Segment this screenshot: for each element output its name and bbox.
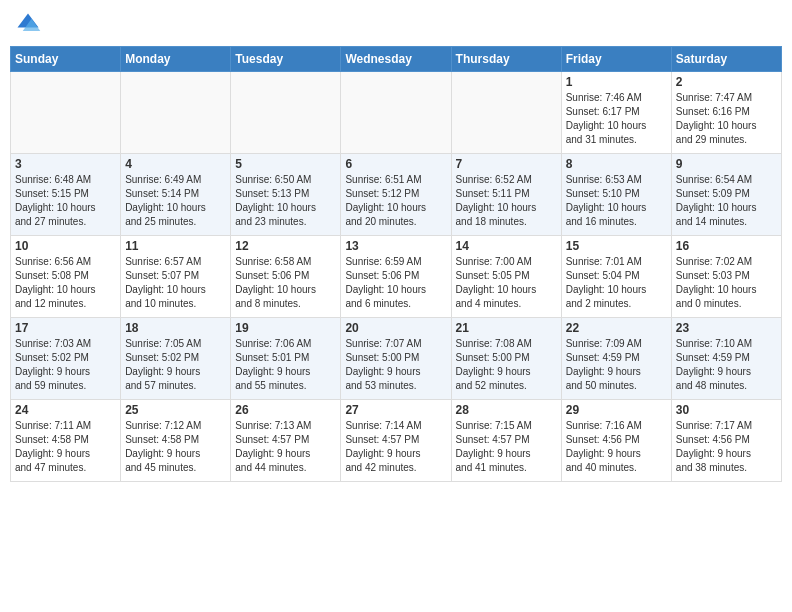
calendar-cell: 29Sunrise: 7:16 AM Sunset: 4:56 PM Dayli… xyxy=(561,400,671,482)
day-number: 19 xyxy=(235,321,336,335)
calendar-cell: 27Sunrise: 7:14 AM Sunset: 4:57 PM Dayli… xyxy=(341,400,451,482)
calendar-cell: 11Sunrise: 6:57 AM Sunset: 5:07 PM Dayli… xyxy=(121,236,231,318)
day-info: Sunrise: 6:59 AM Sunset: 5:06 PM Dayligh… xyxy=(345,255,446,311)
day-info: Sunrise: 6:50 AM Sunset: 5:13 PM Dayligh… xyxy=(235,173,336,229)
calendar-cell: 2Sunrise: 7:47 AM Sunset: 6:16 PM Daylig… xyxy=(671,72,781,154)
day-info: Sunrise: 6:51 AM Sunset: 5:12 PM Dayligh… xyxy=(345,173,446,229)
calendar-cell: 15Sunrise: 7:01 AM Sunset: 5:04 PM Dayli… xyxy=(561,236,671,318)
day-info: Sunrise: 6:57 AM Sunset: 5:07 PM Dayligh… xyxy=(125,255,226,311)
day-number: 3 xyxy=(15,157,116,171)
calendar-cell: 25Sunrise: 7:12 AM Sunset: 4:58 PM Dayli… xyxy=(121,400,231,482)
calendar-header-wednesday: Wednesday xyxy=(341,47,451,72)
day-info: Sunrise: 7:07 AM Sunset: 5:00 PM Dayligh… xyxy=(345,337,446,393)
day-info: Sunrise: 7:12 AM Sunset: 4:58 PM Dayligh… xyxy=(125,419,226,475)
calendar-cell: 16Sunrise: 7:02 AM Sunset: 5:03 PM Dayli… xyxy=(671,236,781,318)
logo xyxy=(14,10,46,38)
day-info: Sunrise: 7:01 AM Sunset: 5:04 PM Dayligh… xyxy=(566,255,667,311)
calendar-cell: 18Sunrise: 7:05 AM Sunset: 5:02 PM Dayli… xyxy=(121,318,231,400)
calendar-cell: 6Sunrise: 6:51 AM Sunset: 5:12 PM Daylig… xyxy=(341,154,451,236)
calendar-week-4: 17Sunrise: 7:03 AM Sunset: 5:02 PM Dayli… xyxy=(11,318,782,400)
calendar-cell xyxy=(121,72,231,154)
day-info: Sunrise: 7:46 AM Sunset: 6:17 PM Dayligh… xyxy=(566,91,667,147)
calendar-cell: 17Sunrise: 7:03 AM Sunset: 5:02 PM Dayli… xyxy=(11,318,121,400)
day-number: 5 xyxy=(235,157,336,171)
day-number: 25 xyxy=(125,403,226,417)
calendar-header-thursday: Thursday xyxy=(451,47,561,72)
day-info: Sunrise: 7:05 AM Sunset: 5:02 PM Dayligh… xyxy=(125,337,226,393)
calendar-cell: 10Sunrise: 6:56 AM Sunset: 5:08 PM Dayli… xyxy=(11,236,121,318)
calendar-week-5: 24Sunrise: 7:11 AM Sunset: 4:58 PM Dayli… xyxy=(11,400,782,482)
day-number: 13 xyxy=(345,239,446,253)
day-number: 16 xyxy=(676,239,777,253)
calendar-header-saturday: Saturday xyxy=(671,47,781,72)
day-number: 20 xyxy=(345,321,446,335)
day-number: 30 xyxy=(676,403,777,417)
day-number: 23 xyxy=(676,321,777,335)
day-info: Sunrise: 6:53 AM Sunset: 5:10 PM Dayligh… xyxy=(566,173,667,229)
day-info: Sunrise: 7:06 AM Sunset: 5:01 PM Dayligh… xyxy=(235,337,336,393)
calendar-cell: 5Sunrise: 6:50 AM Sunset: 5:13 PM Daylig… xyxy=(231,154,341,236)
calendar-cell: 28Sunrise: 7:15 AM Sunset: 4:57 PM Dayli… xyxy=(451,400,561,482)
page-header xyxy=(10,10,782,38)
calendar-cell: 14Sunrise: 7:00 AM Sunset: 5:05 PM Dayli… xyxy=(451,236,561,318)
day-info: Sunrise: 6:56 AM Sunset: 5:08 PM Dayligh… xyxy=(15,255,116,311)
day-info: Sunrise: 6:49 AM Sunset: 5:14 PM Dayligh… xyxy=(125,173,226,229)
day-number: 8 xyxy=(566,157,667,171)
calendar-cell: 26Sunrise: 7:13 AM Sunset: 4:57 PM Dayli… xyxy=(231,400,341,482)
day-info: Sunrise: 7:03 AM Sunset: 5:02 PM Dayligh… xyxy=(15,337,116,393)
day-number: 15 xyxy=(566,239,667,253)
day-info: Sunrise: 7:14 AM Sunset: 4:57 PM Dayligh… xyxy=(345,419,446,475)
day-info: Sunrise: 7:13 AM Sunset: 4:57 PM Dayligh… xyxy=(235,419,336,475)
calendar-cell: 22Sunrise: 7:09 AM Sunset: 4:59 PM Dayli… xyxy=(561,318,671,400)
calendar-cell: 21Sunrise: 7:08 AM Sunset: 5:00 PM Dayli… xyxy=(451,318,561,400)
day-info: Sunrise: 7:16 AM Sunset: 4:56 PM Dayligh… xyxy=(566,419,667,475)
calendar-cell: 23Sunrise: 7:10 AM Sunset: 4:59 PM Dayli… xyxy=(671,318,781,400)
day-info: Sunrise: 7:00 AM Sunset: 5:05 PM Dayligh… xyxy=(456,255,557,311)
day-info: Sunrise: 7:11 AM Sunset: 4:58 PM Dayligh… xyxy=(15,419,116,475)
day-info: Sunrise: 7:47 AM Sunset: 6:16 PM Dayligh… xyxy=(676,91,777,147)
day-info: Sunrise: 7:02 AM Sunset: 5:03 PM Dayligh… xyxy=(676,255,777,311)
day-number: 21 xyxy=(456,321,557,335)
day-number: 1 xyxy=(566,75,667,89)
day-info: Sunrise: 6:54 AM Sunset: 5:09 PM Dayligh… xyxy=(676,173,777,229)
calendar-table: SundayMondayTuesdayWednesdayThursdayFrid… xyxy=(10,46,782,482)
calendar-cell: 12Sunrise: 6:58 AM Sunset: 5:06 PM Dayli… xyxy=(231,236,341,318)
day-info: Sunrise: 7:15 AM Sunset: 4:57 PM Dayligh… xyxy=(456,419,557,475)
day-number: 29 xyxy=(566,403,667,417)
day-number: 12 xyxy=(235,239,336,253)
calendar-cell: 4Sunrise: 6:49 AM Sunset: 5:14 PM Daylig… xyxy=(121,154,231,236)
calendar-week-2: 3Sunrise: 6:48 AM Sunset: 5:15 PM Daylig… xyxy=(11,154,782,236)
calendar-cell: 30Sunrise: 7:17 AM Sunset: 4:56 PM Dayli… xyxy=(671,400,781,482)
day-info: Sunrise: 6:52 AM Sunset: 5:11 PM Dayligh… xyxy=(456,173,557,229)
calendar-cell: 9Sunrise: 6:54 AM Sunset: 5:09 PM Daylig… xyxy=(671,154,781,236)
day-number: 10 xyxy=(15,239,116,253)
calendar-cell: 7Sunrise: 6:52 AM Sunset: 5:11 PM Daylig… xyxy=(451,154,561,236)
day-info: Sunrise: 7:09 AM Sunset: 4:59 PM Dayligh… xyxy=(566,337,667,393)
calendar-cell: 19Sunrise: 7:06 AM Sunset: 5:01 PM Dayli… xyxy=(231,318,341,400)
day-number: 27 xyxy=(345,403,446,417)
calendar-cell: 20Sunrise: 7:07 AM Sunset: 5:00 PM Dayli… xyxy=(341,318,451,400)
calendar-cell: 13Sunrise: 6:59 AM Sunset: 5:06 PM Dayli… xyxy=(341,236,451,318)
day-info: Sunrise: 6:58 AM Sunset: 5:06 PM Dayligh… xyxy=(235,255,336,311)
day-info: Sunrise: 7:08 AM Sunset: 5:00 PM Dayligh… xyxy=(456,337,557,393)
calendar-header-row: SundayMondayTuesdayWednesdayThursdayFrid… xyxy=(11,47,782,72)
day-number: 17 xyxy=(15,321,116,335)
calendar-cell: 3Sunrise: 6:48 AM Sunset: 5:15 PM Daylig… xyxy=(11,154,121,236)
calendar-week-1: 1Sunrise: 7:46 AM Sunset: 6:17 PM Daylig… xyxy=(11,72,782,154)
day-info: Sunrise: 7:17 AM Sunset: 4:56 PM Dayligh… xyxy=(676,419,777,475)
day-number: 11 xyxy=(125,239,226,253)
calendar-header-monday: Monday xyxy=(121,47,231,72)
day-number: 22 xyxy=(566,321,667,335)
day-number: 7 xyxy=(456,157,557,171)
day-number: 2 xyxy=(676,75,777,89)
calendar-cell: 24Sunrise: 7:11 AM Sunset: 4:58 PM Dayli… xyxy=(11,400,121,482)
calendar-header-friday: Friday xyxy=(561,47,671,72)
calendar-cell xyxy=(11,72,121,154)
calendar-cell: 8Sunrise: 6:53 AM Sunset: 5:10 PM Daylig… xyxy=(561,154,671,236)
calendar-cell xyxy=(231,72,341,154)
day-number: 4 xyxy=(125,157,226,171)
day-number: 14 xyxy=(456,239,557,253)
calendar-cell xyxy=(451,72,561,154)
day-number: 26 xyxy=(235,403,336,417)
day-number: 9 xyxy=(676,157,777,171)
